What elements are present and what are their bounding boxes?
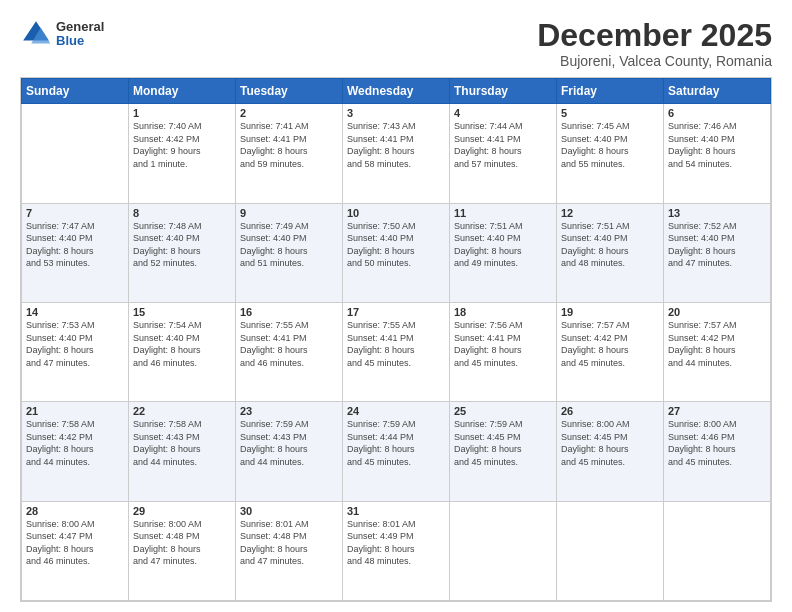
day-header-thursday: Thursday bbox=[450, 79, 557, 104]
calendar-cell: 20Sunrise: 7:57 AMSunset: 4:42 PMDayligh… bbox=[664, 302, 771, 401]
day-number: 21 bbox=[26, 405, 124, 417]
calendar-week-2: 7Sunrise: 7:47 AMSunset: 4:40 PMDaylight… bbox=[22, 203, 771, 302]
day-info: Sunrise: 7:59 AMSunset: 4:44 PMDaylight:… bbox=[347, 418, 445, 468]
header: General Blue December 2025 Bujoreni, Val… bbox=[20, 18, 772, 69]
calendar-cell: 6Sunrise: 7:46 AMSunset: 4:40 PMDaylight… bbox=[664, 104, 771, 203]
calendar-cell bbox=[664, 501, 771, 600]
day-number: 24 bbox=[347, 405, 445, 417]
day-number: 12 bbox=[561, 207, 659, 219]
month-title: December 2025 bbox=[537, 18, 772, 53]
day-info: Sunrise: 7:40 AMSunset: 4:42 PMDaylight:… bbox=[133, 120, 231, 170]
day-number: 31 bbox=[347, 505, 445, 517]
calendar-cell: 16Sunrise: 7:55 AMSunset: 4:41 PMDayligh… bbox=[236, 302, 343, 401]
calendar-cell: 4Sunrise: 7:44 AMSunset: 4:41 PMDaylight… bbox=[450, 104, 557, 203]
calendar-cell: 24Sunrise: 7:59 AMSunset: 4:44 PMDayligh… bbox=[343, 402, 450, 501]
calendar-cell: 17Sunrise: 7:55 AMSunset: 4:41 PMDayligh… bbox=[343, 302, 450, 401]
day-number: 20 bbox=[668, 306, 766, 318]
day-info: Sunrise: 8:00 AMSunset: 4:46 PMDaylight:… bbox=[668, 418, 766, 468]
calendar-cell: 14Sunrise: 7:53 AMSunset: 4:40 PMDayligh… bbox=[22, 302, 129, 401]
day-info: Sunrise: 7:49 AMSunset: 4:40 PMDaylight:… bbox=[240, 220, 338, 270]
calendar-cell: 18Sunrise: 7:56 AMSunset: 4:41 PMDayligh… bbox=[450, 302, 557, 401]
day-info: Sunrise: 7:58 AMSunset: 4:42 PMDaylight:… bbox=[26, 418, 124, 468]
calendar-header: SundayMondayTuesdayWednesdayThursdayFrid… bbox=[22, 79, 771, 104]
day-header-tuesday: Tuesday bbox=[236, 79, 343, 104]
calendar-cell: 11Sunrise: 7:51 AMSunset: 4:40 PMDayligh… bbox=[450, 203, 557, 302]
day-header-wednesday: Wednesday bbox=[343, 79, 450, 104]
day-info: Sunrise: 7:57 AMSunset: 4:42 PMDaylight:… bbox=[561, 319, 659, 369]
day-info: Sunrise: 8:00 AMSunset: 4:48 PMDaylight:… bbox=[133, 518, 231, 568]
day-number: 3 bbox=[347, 107, 445, 119]
day-number: 14 bbox=[26, 306, 124, 318]
day-info: Sunrise: 7:51 AMSunset: 4:40 PMDaylight:… bbox=[454, 220, 552, 270]
calendar-cell: 29Sunrise: 8:00 AMSunset: 4:48 PMDayligh… bbox=[129, 501, 236, 600]
day-number: 7 bbox=[26, 207, 124, 219]
day-info: Sunrise: 7:56 AMSunset: 4:41 PMDaylight:… bbox=[454, 319, 552, 369]
logo-icon bbox=[20, 18, 52, 50]
day-number: 11 bbox=[454, 207, 552, 219]
day-number: 19 bbox=[561, 306, 659, 318]
calendar-cell: 26Sunrise: 8:00 AMSunset: 4:45 PMDayligh… bbox=[557, 402, 664, 501]
day-info: Sunrise: 8:00 AMSunset: 4:47 PMDaylight:… bbox=[26, 518, 124, 568]
calendar-body: 1Sunrise: 7:40 AMSunset: 4:42 PMDaylight… bbox=[22, 104, 771, 601]
day-number: 8 bbox=[133, 207, 231, 219]
day-info: Sunrise: 7:59 AMSunset: 4:45 PMDaylight:… bbox=[454, 418, 552, 468]
day-number: 13 bbox=[668, 207, 766, 219]
logo-blue: Blue bbox=[56, 34, 104, 48]
calendar-cell: 19Sunrise: 7:57 AMSunset: 4:42 PMDayligh… bbox=[557, 302, 664, 401]
calendar-cell: 3Sunrise: 7:43 AMSunset: 4:41 PMDaylight… bbox=[343, 104, 450, 203]
calendar-cell bbox=[557, 501, 664, 600]
day-number: 28 bbox=[26, 505, 124, 517]
calendar-week-1: 1Sunrise: 7:40 AMSunset: 4:42 PMDaylight… bbox=[22, 104, 771, 203]
calendar-cell: 5Sunrise: 7:45 AMSunset: 4:40 PMDaylight… bbox=[557, 104, 664, 203]
day-info: Sunrise: 7:47 AMSunset: 4:40 PMDaylight:… bbox=[26, 220, 124, 270]
day-number: 17 bbox=[347, 306, 445, 318]
calendar-cell bbox=[22, 104, 129, 203]
day-info: Sunrise: 7:44 AMSunset: 4:41 PMDaylight:… bbox=[454, 120, 552, 170]
day-info: Sunrise: 7:58 AMSunset: 4:43 PMDaylight:… bbox=[133, 418, 231, 468]
calendar-cell: 1Sunrise: 7:40 AMSunset: 4:42 PMDaylight… bbox=[129, 104, 236, 203]
day-info: Sunrise: 7:50 AMSunset: 4:40 PMDaylight:… bbox=[347, 220, 445, 270]
day-number: 5 bbox=[561, 107, 659, 119]
calendar-cell: 30Sunrise: 8:01 AMSunset: 4:48 PMDayligh… bbox=[236, 501, 343, 600]
calendar-cell: 21Sunrise: 7:58 AMSunset: 4:42 PMDayligh… bbox=[22, 402, 129, 501]
day-info: Sunrise: 8:01 AMSunset: 4:48 PMDaylight:… bbox=[240, 518, 338, 568]
day-number: 30 bbox=[240, 505, 338, 517]
logo-text: General Blue bbox=[56, 20, 104, 49]
calendar-cell: 28Sunrise: 8:00 AMSunset: 4:47 PMDayligh… bbox=[22, 501, 129, 600]
day-number: 18 bbox=[454, 306, 552, 318]
page: General Blue December 2025 Bujoreni, Val… bbox=[0, 0, 792, 612]
calendar-cell: 9Sunrise: 7:49 AMSunset: 4:40 PMDaylight… bbox=[236, 203, 343, 302]
day-info: Sunrise: 7:45 AMSunset: 4:40 PMDaylight:… bbox=[561, 120, 659, 170]
calendar-cell: 22Sunrise: 7:58 AMSunset: 4:43 PMDayligh… bbox=[129, 402, 236, 501]
day-number: 25 bbox=[454, 405, 552, 417]
title-block: December 2025 Bujoreni, Valcea County, R… bbox=[537, 18, 772, 69]
calendar-cell: 12Sunrise: 7:51 AMSunset: 4:40 PMDayligh… bbox=[557, 203, 664, 302]
day-number: 26 bbox=[561, 405, 659, 417]
day-number: 27 bbox=[668, 405, 766, 417]
day-info: Sunrise: 7:51 AMSunset: 4:40 PMDaylight:… bbox=[561, 220, 659, 270]
logo: General Blue bbox=[20, 18, 104, 50]
logo-general: General bbox=[56, 20, 104, 34]
day-number: 1 bbox=[133, 107, 231, 119]
calendar-cell: 8Sunrise: 7:48 AMSunset: 4:40 PMDaylight… bbox=[129, 203, 236, 302]
day-number: 23 bbox=[240, 405, 338, 417]
calendar-week-5: 28Sunrise: 8:00 AMSunset: 4:47 PMDayligh… bbox=[22, 501, 771, 600]
day-header-monday: Monday bbox=[129, 79, 236, 104]
calendar-cell: 27Sunrise: 8:00 AMSunset: 4:46 PMDayligh… bbox=[664, 402, 771, 501]
day-info: Sunrise: 8:01 AMSunset: 4:49 PMDaylight:… bbox=[347, 518, 445, 568]
day-header-friday: Friday bbox=[557, 79, 664, 104]
day-info: Sunrise: 7:43 AMSunset: 4:41 PMDaylight:… bbox=[347, 120, 445, 170]
day-number: 16 bbox=[240, 306, 338, 318]
calendar-week-4: 21Sunrise: 7:58 AMSunset: 4:42 PMDayligh… bbox=[22, 402, 771, 501]
calendar-cell: 13Sunrise: 7:52 AMSunset: 4:40 PMDayligh… bbox=[664, 203, 771, 302]
day-info: Sunrise: 7:53 AMSunset: 4:40 PMDaylight:… bbox=[26, 319, 124, 369]
subtitle: Bujoreni, Valcea County, Romania bbox=[537, 53, 772, 69]
day-number: 10 bbox=[347, 207, 445, 219]
day-number: 4 bbox=[454, 107, 552, 119]
day-info: Sunrise: 7:48 AMSunset: 4:40 PMDaylight:… bbox=[133, 220, 231, 270]
calendar: SundayMondayTuesdayWednesdayThursdayFrid… bbox=[20, 77, 772, 602]
day-number: 22 bbox=[133, 405, 231, 417]
day-number: 6 bbox=[668, 107, 766, 119]
day-number: 9 bbox=[240, 207, 338, 219]
day-info: Sunrise: 7:57 AMSunset: 4:42 PMDaylight:… bbox=[668, 319, 766, 369]
